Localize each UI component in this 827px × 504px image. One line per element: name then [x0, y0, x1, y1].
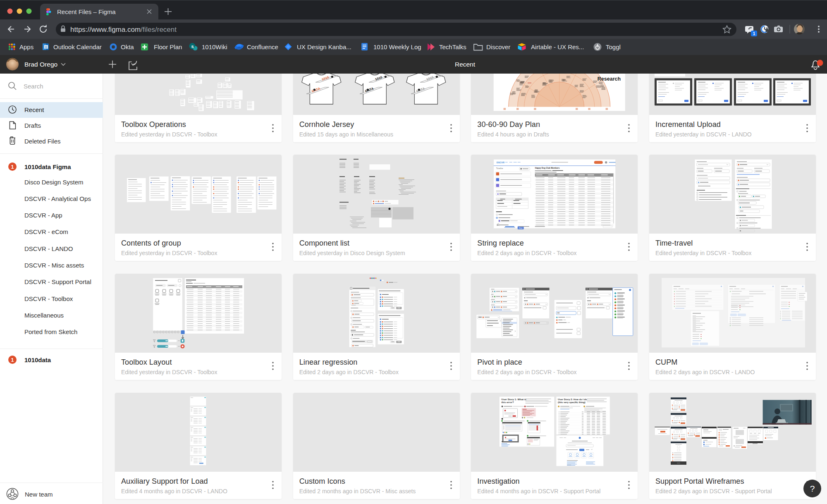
svg-text:Recent Files – Figma: Recent Files – Figma [57, 8, 116, 15]
svg-text:1: 1 [753, 31, 755, 36]
svg-text:1: 1 [11, 164, 14, 170]
svg-text:this error?: this error? [502, 401, 514, 404]
svg-text:User Story 1: What is: User Story 1: What is [502, 398, 527, 401]
svg-text:Run: Run [519, 227, 522, 229]
svg-text:Brad Orego: Brad Orego [24, 61, 57, 68]
svg-text:(this very specific thing): (this very specific thing) [558, 401, 586, 404]
svg-text:1: 1 [11, 357, 14, 363]
svg-text:https://www.figma.com/files/re: https://www.figma.com/files/recent [70, 26, 177, 33]
svg-text:DSCVR: DSCVR [497, 161, 504, 164]
svg-text:User Story 2: How do I do: User Story 2: How do I do [558, 398, 587, 401]
svg-text:Recent: Recent [455, 61, 476, 68]
svg-text:s: s [191, 44, 194, 49]
svg-text:Timeline: Timeline [496, 168, 503, 170]
svg-text:Happy Dog Club Members: Happy Dog Club Members [535, 167, 560, 170]
svg-text:Research: Research [598, 76, 621, 82]
